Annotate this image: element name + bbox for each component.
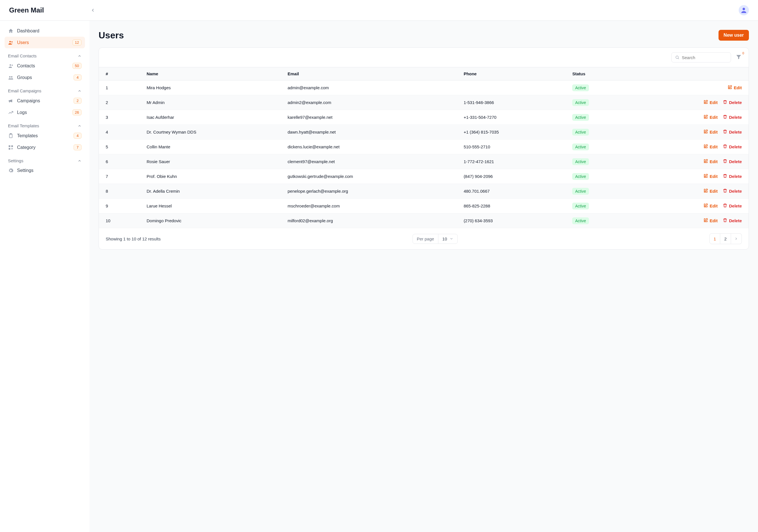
nav-badge: 50 xyxy=(72,63,82,69)
edit-button[interactable]: Edit xyxy=(704,174,718,179)
section-title-label: Settings xyxy=(8,158,23,163)
trash-icon xyxy=(723,189,727,194)
sidebar-item-templates[interactable]: Templates4 xyxy=(5,130,85,142)
svg-point-11 xyxy=(676,56,678,58)
sidebar-item-label: Dashboard xyxy=(17,28,39,34)
grid-plus-icon xyxy=(8,145,14,150)
user-plus-icon xyxy=(8,63,14,69)
status-badge: Active xyxy=(572,114,589,121)
chevron-down-icon xyxy=(449,237,453,241)
per-page-select[interactable]: Per page 10 xyxy=(413,234,458,244)
cell-phone: +1-331-504-7270 xyxy=(457,110,566,125)
sidebar-section-email-templates[interactable]: Email Templates xyxy=(5,118,85,130)
delete-button[interactable]: Delete xyxy=(723,189,742,194)
table-row: 5 Collin Mante dickens.lucie@example.net… xyxy=(99,140,749,154)
delete-button[interactable]: Delete xyxy=(723,203,742,209)
svg-rect-10 xyxy=(9,148,11,150)
status-badge: Active xyxy=(572,158,589,165)
sidebar-collapse-button[interactable] xyxy=(89,7,96,14)
sidebar-item-label: Logs xyxy=(17,110,27,115)
edit-button[interactable]: Edit xyxy=(704,218,718,223)
column-header[interactable]: # xyxy=(99,67,140,81)
cell-name: Isac Aufderhar xyxy=(140,110,281,125)
megaphone-icon xyxy=(8,98,14,104)
sidebar-item-category[interactable]: Category7 xyxy=(5,142,85,153)
cell-email: clement97@example.net xyxy=(281,154,457,169)
nav-badge: 7 xyxy=(74,144,82,150)
edit-label: Edit xyxy=(710,144,718,149)
cell-phone: 1-531-946-3866 xyxy=(457,95,566,110)
status-badge: Active xyxy=(572,173,589,180)
sidebar-item-logs[interactable]: Logs26 xyxy=(5,107,85,118)
edit-icon xyxy=(704,100,708,105)
edit-button[interactable]: Edit xyxy=(728,85,742,90)
edit-icon xyxy=(704,218,708,223)
edit-label: Edit xyxy=(710,218,718,223)
sidebar-item-contacts[interactable]: Contacts50 xyxy=(5,60,85,72)
sidebar-item-users[interactable]: Users12 xyxy=(5,37,85,48)
column-header[interactable]: Name xyxy=(140,67,281,81)
edit-button[interactable]: Edit xyxy=(704,189,718,194)
nav-badge: 4 xyxy=(74,133,82,139)
sidebar-section-email-campaigns[interactable]: Email Campaigns xyxy=(5,83,85,95)
edit-button[interactable]: Edit xyxy=(704,129,718,135)
home-icon xyxy=(8,28,14,34)
delete-button[interactable]: Delete xyxy=(723,174,742,179)
delete-label: Delete xyxy=(729,115,742,120)
delete-label: Delete xyxy=(729,129,742,134)
page-title: Users xyxy=(99,30,124,41)
users-solid-icon xyxy=(8,75,14,81)
edit-button[interactable]: Edit xyxy=(704,159,718,164)
delete-button[interactable]: Delete xyxy=(723,144,742,150)
delete-button[interactable]: Delete xyxy=(723,115,742,120)
delete-button[interactable]: Delete xyxy=(723,159,742,164)
trash-icon xyxy=(723,129,727,135)
cell-index: 10 xyxy=(99,213,140,228)
cell-phone: 865-825-2288 xyxy=(457,199,566,213)
clipboard-icon xyxy=(8,133,14,139)
edit-label: Edit xyxy=(710,159,718,164)
delete-button[interactable]: Delete xyxy=(723,100,742,105)
sidebar: Dashboard Users12 Email Contacts Contact… xyxy=(0,21,89,532)
sidebar-section-email-contacts[interactable]: Email Contacts xyxy=(5,48,85,60)
table-row: 1 Mira Hodges admin@example.com Active E… xyxy=(99,81,749,95)
delete-button[interactable]: Delete xyxy=(723,218,742,223)
page-next-button[interactable] xyxy=(731,233,742,244)
delete-button[interactable]: Delete xyxy=(723,129,742,135)
cell-index: 4 xyxy=(99,125,140,140)
cell-index: 3 xyxy=(99,110,140,125)
status-badge: Active xyxy=(572,217,589,224)
cell-email: dawn.hyatt@example.net xyxy=(281,125,457,140)
page-button-1[interactable]: 1 xyxy=(709,233,720,244)
user-avatar[interactable] xyxy=(739,5,749,15)
status-badge: Active xyxy=(572,129,589,135)
edit-button[interactable]: Edit xyxy=(704,115,718,120)
per-page-label: Per page xyxy=(413,234,438,244)
svg-point-0 xyxy=(743,8,745,10)
sidebar-item-settings[interactable]: Settings xyxy=(5,165,85,176)
new-user-button[interactable]: New user xyxy=(718,30,749,41)
edit-button[interactable]: Edit xyxy=(704,100,718,105)
users-card: 0 #NameEmailPhoneStatus 1 Mira Hodges ad… xyxy=(99,48,749,250)
column-header[interactable]: Email xyxy=(281,67,457,81)
sidebar-section-settings[interactable]: Settings xyxy=(5,153,85,165)
sidebar-item-dashboard[interactable]: Dashboard xyxy=(5,25,85,37)
edit-button[interactable]: Edit xyxy=(704,203,718,209)
page-button-2[interactable]: 2 xyxy=(720,233,731,244)
edit-button[interactable]: Edit xyxy=(704,144,718,150)
column-header[interactable] xyxy=(633,67,749,81)
cell-phone: +1 (364) 815-7035 xyxy=(457,125,566,140)
column-header[interactable]: Phone xyxy=(457,67,566,81)
trash-icon xyxy=(723,100,727,105)
search-input[interactable] xyxy=(682,55,727,60)
cell-name: Domingo Predovic xyxy=(140,213,281,228)
search-input-wrap[interactable] xyxy=(672,52,731,62)
trash-icon xyxy=(723,218,727,223)
sidebar-item-label: Category xyxy=(17,145,36,150)
chevron-up-icon xyxy=(78,124,82,128)
column-header[interactable]: Status xyxy=(566,67,633,81)
sidebar-item-groups[interactable]: Groups4 xyxy=(5,72,85,83)
cell-phone: (847) 904-2096 xyxy=(457,169,566,184)
sidebar-item-campaigns[interactable]: Campaigns2 xyxy=(5,95,85,107)
filter-button[interactable]: 0 xyxy=(736,54,742,61)
